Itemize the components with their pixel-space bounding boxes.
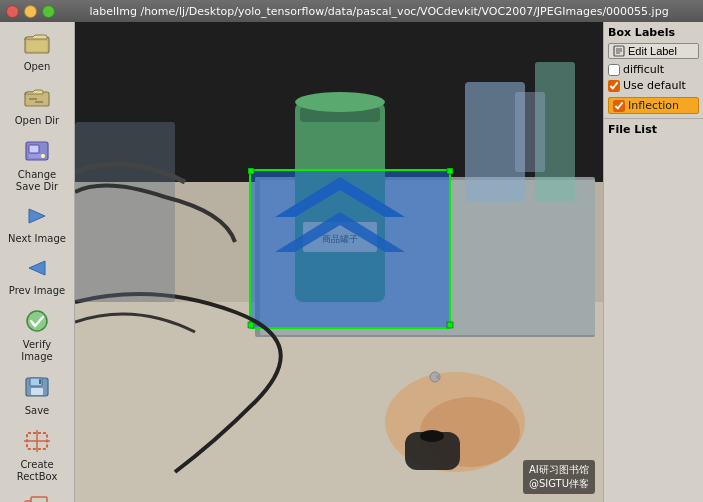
verify-image-label: Verify Image	[6, 339, 68, 363]
svg-rect-45	[75, 122, 175, 302]
toolbar: Open Open Dir Change Save Dir Next Image	[0, 22, 75, 502]
edit-label-button[interactable]: Edit Label	[608, 43, 699, 59]
svg-rect-1	[27, 41, 47, 51]
svg-rect-44	[515, 92, 545, 172]
right-panel: Box Labels Edit Label difficult Use defa…	[603, 22, 703, 502]
next-image-button[interactable]: Next Image	[3, 200, 71, 250]
box-labels-title: Box Labels	[608, 26, 699, 39]
svg-rect-12	[31, 388, 43, 395]
title-bar: labelImg /home/lj/Desktop/yolo_tensorflo…	[0, 0, 703, 22]
difficult-checkbox[interactable]	[608, 64, 620, 76]
svg-rect-34	[248, 322, 254, 328]
save-button[interactable]: Save	[3, 370, 71, 422]
svg-point-26	[295, 92, 385, 112]
change-save-dir-icon	[23, 139, 51, 167]
prev-image-icon	[23, 257, 51, 283]
inflection-label-tag[interactable]: Inflection	[608, 97, 699, 114]
verify-image-icon	[23, 309, 51, 337]
next-image-label: Next Image	[8, 233, 66, 245]
svg-rect-32	[248, 168, 254, 174]
svg-rect-33	[447, 168, 453, 174]
open-label: Open	[24, 61, 51, 73]
change-save-dir-label: Change Save Dir	[6, 169, 68, 193]
open-button[interactable]: Open	[3, 26, 71, 78]
prev-image-button[interactable]: Prev Image	[3, 252, 71, 302]
window-controls	[6, 5, 55, 18]
image-area[interactable]: 商品罐子	[75, 22, 603, 502]
svg-rect-4	[29, 145, 39, 153]
create-rectbox-icon	[23, 429, 51, 457]
duplicate-rectbox-icon	[23, 495, 51, 502]
next-image-icon	[23, 205, 51, 231]
save-label: Save	[25, 405, 50, 417]
edit-icon	[613, 45, 625, 57]
use-default-checkbox[interactable]	[608, 80, 620, 92]
svg-rect-35	[447, 322, 453, 328]
app-body: Open Open Dir Change Save Dir Next Image	[0, 22, 703, 502]
svg-point-41	[436, 375, 440, 379]
svg-point-39	[420, 430, 444, 442]
inflection-checkbox[interactable]	[613, 100, 625, 112]
open-icon	[23, 31, 51, 59]
maximize-button[interactable]	[42, 5, 55, 18]
svg-marker-7	[29, 209, 45, 223]
file-list-title: File List	[608, 123, 699, 136]
window-title: labelImg /home/lj/Desktop/yolo_tensorflo…	[61, 5, 697, 18]
change-save-dir-button[interactable]: Change Save Dir	[3, 134, 71, 198]
svg-marker-8	[29, 261, 45, 275]
create-rectbox-button[interactable]: Create RectBox	[3, 424, 71, 488]
prev-image-label: Prev Image	[9, 285, 65, 297]
close-button[interactable]	[6, 5, 19, 18]
verify-image-button[interactable]: Verify Image	[3, 304, 71, 368]
use-default-checkbox-label[interactable]: Use default	[608, 79, 699, 92]
minimize-button[interactable]	[24, 5, 37, 18]
file-list-section: File List	[604, 119, 703, 502]
svg-rect-18	[31, 497, 47, 502]
svg-point-6	[41, 154, 45, 158]
open-dir-icon	[23, 85, 51, 113]
duplicate-rectbox-button[interactable]: Duplicate RectBox	[3, 490, 71, 502]
open-dir-button[interactable]: Open Dir	[3, 80, 71, 132]
difficult-checkbox-label[interactable]: difficult	[608, 63, 699, 76]
scene-canvas: 商品罐子	[75, 22, 603, 502]
box-labels-section: Box Labels Edit Label difficult Use defa…	[604, 22, 703, 119]
save-icon	[23, 375, 51, 403]
open-dir-label: Open Dir	[15, 115, 59, 127]
create-rectbox-label: Create RectBox	[6, 459, 68, 483]
svg-rect-13	[39, 379, 41, 384]
